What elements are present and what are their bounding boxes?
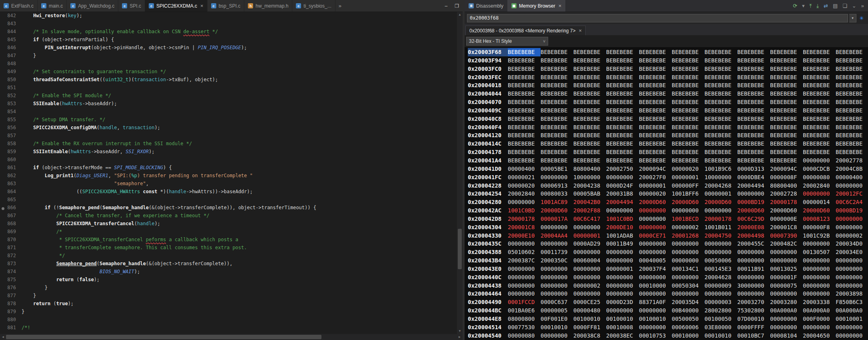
memory-value[interactable]: BEBEBEBE — [770, 81, 803, 90]
memory-value[interactable]: 00010000 — [672, 332, 704, 340]
memory-value[interactable]: BEBEBEBE — [508, 48, 541, 56]
memory-value[interactable]: BEBEBEBE — [573, 65, 606, 73]
memory-address[interactable]: 0x200040C8 — [468, 115, 508, 123]
memory-value[interactable]: 00500050 — [672, 315, 704, 323]
memory-value[interactable]: 00000000 — [508, 240, 541, 248]
memory-value[interactable]: BEBEBEBE — [573, 148, 606, 156]
memory-value[interactable]: 20003270 — [737, 298, 770, 306]
scroll-left-icon[interactable]: ◄ — [0, 334, 6, 340]
panel-tab-disassembly[interactable]: ≣Disassembly — [465, 0, 507, 12]
memory-value[interactable]: 00010008 — [606, 323, 639, 332]
memory-value[interactable]: 0000008F — [770, 173, 803, 182]
memory-value[interactable]: 00C6C417 — [573, 215, 606, 223]
memory-value[interactable]: 00000000 — [704, 206, 737, 215]
memory-value[interactable]: 200034E0 — [836, 248, 868, 256]
memory-value[interactable]: 00050304 — [672, 282, 704, 290]
memory-value[interactable]: 0000D23D — [606, 298, 639, 306]
memory-value[interactable]: BEBEBEBE — [639, 73, 672, 82]
memory-value[interactable]: BEBEBEBE — [508, 98, 541, 106]
memory-value[interactable]: BEBEBEBE — [704, 123, 737, 132]
memory-value[interactable]: 00000000 — [836, 256, 868, 265]
memory-value[interactable]: BEBEBEBE — [704, 65, 737, 73]
memory-value[interactable]: BEBEBEBE — [672, 123, 704, 132]
memory-value[interactable]: 00011B49 — [606, 240, 639, 248]
view-menu-icon[interactable]: » — [861, 3, 864, 9]
memory-value[interactable]: BEBEBEBE — [770, 148, 803, 156]
memory-value[interactable]: BEBEBEBE — [541, 48, 573, 56]
memory-value[interactable]: BEBEBEBE — [803, 65, 836, 73]
memory-value[interactable]: 00000000 — [672, 290, 704, 298]
editor-tab[interactable]: cExtFlash.c — [0, 0, 38, 12]
memory-value[interactable]: 20003280 — [770, 298, 803, 306]
memory-value[interactable]: BEBEBEBE — [737, 123, 770, 132]
memory-value[interactable]: BEBEBEBE — [836, 115, 868, 123]
memory-address[interactable]: 0x20004254 — [468, 190, 508, 198]
memory-value[interactable]: 0000D313 — [737, 165, 770, 173]
memory-value[interactable]: 20004750 — [704, 232, 737, 240]
memory-value[interactable]: 00000000 — [508, 290, 541, 298]
memory-value[interactable]: 0000D24F — [606, 182, 639, 190]
memory-value[interactable]: BEBEBEBE — [639, 48, 672, 56]
memory-value[interactable]: BEBEBEBE — [672, 73, 704, 82]
memory-value[interactable]: BEBEBEBE — [606, 156, 639, 165]
memory-value[interactable]: 20002750 — [606, 165, 639, 173]
tab-overflow-chevron-icon[interactable]: » — [335, 0, 345, 12]
memory-value[interactable]: 20004498 — [737, 232, 770, 240]
memory-value[interactable]: BEBEBEBE — [573, 73, 606, 82]
memory-value[interactable]: 00A000A0 — [770, 306, 803, 315]
memory-value[interactable]: 00100010 — [573, 315, 606, 323]
memory-value[interactable]: BEBEBEBE — [541, 73, 573, 82]
memory-value[interactable]: 00000000 — [606, 282, 639, 290]
memory-value[interactable]: 1001B011 — [704, 223, 737, 232]
memory-value[interactable]: BEBEBEBE — [803, 98, 836, 106]
memory-value[interactable]: 00000080 — [803, 173, 836, 182]
memory-value[interactable]: 20000178 — [508, 215, 541, 223]
memory-value[interactable]: BEBEBEBE — [541, 106, 573, 115]
go-to-address-icon[interactable]: ✳ — [858, 15, 866, 21]
memory-value[interactable]: 00007390 — [770, 232, 803, 240]
memory-value[interactable]: BEBEBEBE — [672, 65, 704, 73]
memory-address[interactable]: 0x200042AC — [468, 206, 508, 215]
memory-value[interactable]: 20004AA4 — [541, 232, 573, 240]
export-memory-icon[interactable]: ⤒ — [810, 3, 812, 9]
memory-address[interactable]: 0x20004330 — [468, 232, 508, 240]
memory-value[interactable]: BEBEBEBE — [606, 65, 639, 73]
memory-value[interactable]: BEBEBEBE — [639, 90, 672, 98]
memory-value[interactable]: 00C6C29D — [737, 215, 770, 223]
memory-value[interactable]: 00000000 — [836, 273, 868, 282]
memory-address[interactable]: 0x20004438 — [468, 282, 508, 290]
memory-value[interactable]: 000134C1 — [672, 265, 704, 273]
memory-value[interactable]: 00000480 — [573, 306, 606, 315]
memory-value[interactable]: 00000000 — [770, 248, 803, 256]
memory-value[interactable]: BEBEBEBE — [541, 81, 573, 90]
memory-value[interactable]: 00000000 — [737, 190, 770, 198]
memory-value[interactable]: 00010010 — [541, 323, 573, 332]
memory-value[interactable]: BEBEBEBE — [737, 65, 770, 73]
memory-address[interactable]: 0x200040F4 — [468, 123, 508, 132]
memory-value[interactable]: 00000000 — [606, 306, 639, 315]
memory-address[interactable]: 0x200043E0 — [468, 265, 508, 273]
memory-value[interactable]: 00000000 — [836, 323, 868, 332]
memory-value[interactable]: 0000000E — [770, 215, 803, 223]
memory-value[interactable]: BEBEBEBE — [672, 156, 704, 165]
memory-value[interactable]: BEBEBEBE — [639, 156, 672, 165]
memory-value[interactable]: 00000020 — [672, 165, 704, 173]
memory-value[interactable]: 00000000 — [639, 240, 672, 248]
memory-value[interactable]: 00000000 — [541, 173, 573, 182]
memory-value[interactable]: 00000001 — [639, 182, 672, 190]
memory-value[interactable]: 00010000 — [639, 282, 672, 290]
memory-value[interactable]: 00A000A0 — [836, 306, 868, 315]
memory-value[interactable]: 200012FC — [836, 190, 868, 198]
memory-value[interactable]: 00000000 — [704, 248, 737, 256]
memory-value[interactable]: 00000000 — [803, 240, 836, 248]
memory-value[interactable]: BEBEBEBE — [704, 115, 737, 123]
memory-value[interactable]: 00013025 — [770, 265, 803, 273]
memory-value[interactable]: 1001B9C6 — [704, 165, 737, 173]
save-snapshot-icon[interactable]: ▤ — [833, 3, 838, 9]
memory-value[interactable]: 00040005 — [639, 256, 672, 265]
memory-value[interactable]: BEBEBEBE — [606, 131, 639, 140]
memory-value[interactable]: BEBEBEBE — [704, 131, 737, 140]
memory-value[interactable]: BEBEBEBE — [639, 56, 672, 65]
memory-value[interactable]: BEBEBEBE — [606, 81, 639, 90]
memory-value[interactable]: 00060006 — [672, 323, 704, 332]
